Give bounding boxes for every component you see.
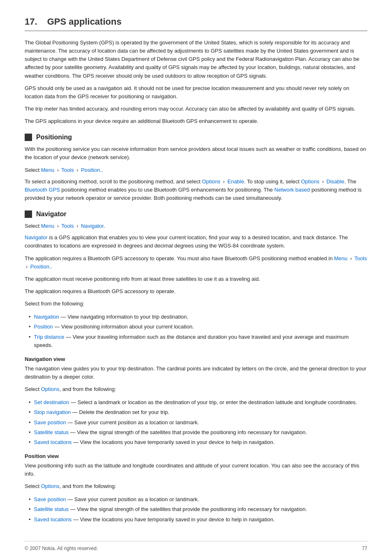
navigation-view-title: Navigation view bbox=[25, 356, 367, 362]
enable-link[interactable]: Enable bbox=[227, 178, 244, 185]
set-destination-link[interactable]: Set destination bbox=[34, 399, 69, 405]
nav-menu-link[interactable]: Menu bbox=[334, 255, 348, 261]
nav-view-bullet-stop-navigation: Stop navigation — Delete the destination… bbox=[29, 407, 367, 417]
bluetooth-gps-link[interactable]: Bluetooth GPS bbox=[25, 187, 60, 193]
nav-view-bullet-set-destination: Set destination — Select a landmark or l… bbox=[29, 398, 367, 407]
positioning-section-title: Positioning bbox=[36, 134, 72, 141]
positioning-position-link[interactable]: Position.. bbox=[81, 167, 103, 173]
disable-link[interactable]: Disable bbox=[327, 178, 344, 185]
positioning-section-header: Positioning bbox=[25, 134, 367, 141]
saved-locations-link-2[interactable]: Saved locations bbox=[34, 516, 72, 523]
navigation-view-select: Select Options, and from the following: bbox=[25, 385, 367, 393]
navigator-tools-link[interactable]: Tools bbox=[61, 223, 74, 229]
navigator-menu-link[interactable]: Menu bbox=[41, 223, 55, 229]
save-position-link-2[interactable]: Save position bbox=[34, 496, 66, 502]
chapter-title: 17. GPS applications bbox=[25, 16, 367, 31]
chapter-number: 17. bbox=[25, 16, 37, 27]
navigator-para4: The application requires a Bluetooth GPS… bbox=[25, 287, 367, 296]
positioning-body2: To select a positioning method, scroll t… bbox=[25, 178, 367, 202]
position-view-title: Position view bbox=[25, 453, 367, 459]
network-based-link[interactable]: Network based bbox=[274, 187, 310, 193]
intro-para-4: The GPS applications in your device requ… bbox=[25, 117, 367, 125]
pos-view-bullet-save-position: Save position — Save your current positi… bbox=[29, 495, 367, 504]
navigation-view-para1: The navigation view guides you to your t… bbox=[25, 365, 367, 381]
navigator-bullets: Navigation — View navigating information… bbox=[29, 312, 367, 350]
footer-page-number: 77 bbox=[362, 546, 367, 551]
position-view-bullets: Save position — Save your current positi… bbox=[29, 495, 367, 524]
options-link-1[interactable]: Options bbox=[202, 178, 220, 185]
stop-navigation-link[interactable]: Stop navigation bbox=[34, 409, 71, 415]
chapter-title-text: GPS applications bbox=[47, 16, 122, 27]
positioning-select-line: Select Menu › Tools › Position.. bbox=[25, 166, 367, 174]
nav-view-bullet-saved-locations: Saved locations — View the locations you… bbox=[29, 437, 367, 447]
saved-locations-link-1[interactable]: Saved locations bbox=[34, 439, 72, 445]
navigator-navigator-link[interactable]: Navigator bbox=[81, 223, 104, 229]
navigator-section-header: Navigator bbox=[25, 210, 367, 218]
page-footer: © 2007 Nokia. All rights reserved. 77 bbox=[25, 541, 367, 551]
navigator-section-title: Navigator bbox=[36, 210, 67, 218]
navigator-bullet-trip-distance: Trip distance — View your traveling info… bbox=[29, 332, 367, 350]
intro-para-1: The Global Positioning System (GPS) is o… bbox=[25, 39, 367, 80]
navigation-view-bullets: Set destination — Select a landmark or l… bbox=[29, 398, 367, 447]
nav-view-bullet-save-position: Save position — Save your current positi… bbox=[29, 418, 367, 428]
positioning-section-icon bbox=[25, 134, 32, 141]
position-link[interactable]: Position bbox=[34, 324, 53, 330]
navigator-bullet-position: Position — View positioning information … bbox=[29, 322, 367, 332]
save-position-link-1[interactable]: Save position bbox=[34, 419, 66, 426]
nav-view-options-link[interactable]: Options bbox=[41, 386, 60, 392]
pos-view-bullet-saved-locations: Saved locations — View the locations you… bbox=[29, 515, 367, 525]
positioning-menu-link[interactable]: Menu bbox=[41, 167, 55, 173]
position-view-para1: View positioning info such as the latitu… bbox=[25, 462, 367, 478]
intro-para-3: The trip meter has limited accuracy, and… bbox=[25, 105, 367, 113]
navigator-para2: The application requires a Bluetooth GPS… bbox=[25, 254, 367, 271]
pos-view-bullet-satellite-status: Satellite status — View the signal stren… bbox=[29, 504, 367, 514]
position-view-select: Select Options, and from the following: bbox=[25, 482, 367, 490]
positioning-body1: With the positioning service you can rec… bbox=[25, 145, 367, 162]
navigator-inline-link[interactable]: Navigator bbox=[25, 234, 48, 240]
navigator-para3: The application must receive positioning… bbox=[25, 275, 367, 283]
navigator-section-icon bbox=[25, 210, 32, 218]
navigator-select-from: Select from the following: bbox=[25, 300, 367, 308]
nav-tools-link[interactable]: Tools bbox=[355, 255, 367, 261]
pos-view-options-link[interactable]: Options bbox=[41, 483, 60, 489]
intro-para-2: GPS should only be used as a navigation … bbox=[25, 84, 367, 101]
navigation-link[interactable]: Navigation bbox=[34, 314, 59, 320]
satellite-status-link-2[interactable]: Satellite status bbox=[34, 506, 69, 512]
nav-view-bullet-satellite-status: Satellite status — View the signal stren… bbox=[29, 428, 367, 437]
navigator-select-line: Select Menu › Tools › Navigator. bbox=[25, 222, 367, 230]
navigator-bullet-navigation: Navigation — View navigating information… bbox=[29, 312, 367, 322]
navigator-para1: Navigator is a GPS application that enab… bbox=[25, 234, 367, 250]
positioning-tools-link[interactable]: Tools bbox=[61, 167, 74, 173]
footer-copyright: © 2007 Nokia. All rights reserved. bbox=[25, 546, 98, 551]
trip-distance-link[interactable]: Trip distance bbox=[34, 334, 65, 340]
options-link-2[interactable]: Options bbox=[301, 178, 319, 185]
nav-position-link[interactable]: Position.. bbox=[30, 264, 52, 270]
satellite-status-link-1[interactable]: Satellite status bbox=[34, 429, 69, 435]
